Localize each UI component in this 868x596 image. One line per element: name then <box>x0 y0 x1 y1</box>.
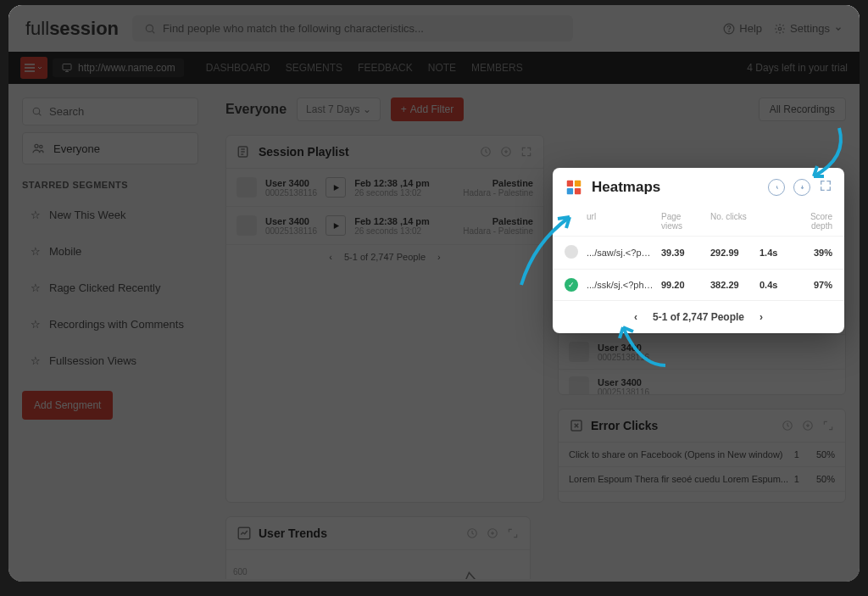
help-label: Help <box>739 22 762 35</box>
line-chart-svg <box>260 559 521 579</box>
clock-icon[interactable] <box>479 145 492 159</box>
svg-point-7 <box>40 145 42 148</box>
svg-point-3 <box>778 27 782 31</box>
session-row[interactable]: User 340000025138116 Feb 12:38 ,14 pm26 … <box>226 169 543 207</box>
heatmap-row[interactable]: .../saw/sj.<?php... 39.39 292.99 1.4s 39… <box>553 236 844 269</box>
avatar <box>569 342 589 362</box>
expand-icon[interactable] <box>819 179 832 196</box>
all-recordings-button[interactable]: All Recordings <box>759 97 846 121</box>
pageviews-cell: 39.39 <box>661 248 704 258</box>
clicks-cell: 382.29 <box>710 280 753 290</box>
clock-icon[interactable] <box>465 526 479 540</box>
sidebar-item-everyone[interactable]: Everyone <box>22 132 198 164</box>
svg-rect-20 <box>567 181 573 187</box>
help-link[interactable]: Help <box>723 22 762 35</box>
nav-segments[interactable]: SEGMENTS <box>286 62 342 74</box>
star-icon: ☆ <box>31 281 41 294</box>
nav-feedback[interactable]: FEEDBACK <box>358 62 413 74</box>
trial-status: 4 Days left in your trial <box>747 62 848 74</box>
download-icon[interactable] <box>486 526 499 540</box>
url-text: http://www.name.com <box>78 62 175 74</box>
prev-page[interactable]: ‹ <box>329 252 332 262</box>
add-filter-label: Add Filter <box>410 103 453 115</box>
sidebar-item-mobile[interactable]: ☆Mobile <box>22 237 198 266</box>
nav-links: DASHBOARD SEGMENTS FEEDBACK NOTE MEMBERS <box>206 62 523 74</box>
expand-icon[interactable] <box>506 526 520 540</box>
sidebar-item-new-this-week[interactable]: ☆New This Week <box>22 200 198 230</box>
heatmap-icon <box>565 178 583 197</box>
svg-point-6 <box>35 144 38 148</box>
play-button[interactable] <box>326 215 346 236</box>
trend-chart: 600 500 400 300 200 5/4 5/6 5/7 5/7 <box>226 550 530 579</box>
expand-icon[interactable] <box>520 145 533 159</box>
next-page[interactable]: › <box>437 252 441 262</box>
error-row[interactable]: Lorem Espoum Thera fir seoé cuedu Lorem … <box>559 467 845 492</box>
sidebar-search-input[interactable] <box>49 105 192 118</box>
top-user-row[interactable]: User 340000025138116 <box>559 335 845 370</box>
nav-members[interactable]: MEMBERS <box>471 62 523 74</box>
sidebar-item-fullsession-views[interactable]: ☆Fullsession Views <box>22 346 198 376</box>
user-name: User 3400 <box>598 343 649 353</box>
chevron-down-icon <box>834 25 843 33</box>
timestamp: Feb 12:38 ,14 pm <box>354 178 430 188</box>
card-title: Error Clicks <box>591 419 774 432</box>
play-button[interactable] <box>326 177 346 198</box>
sidebar-item-label: New This Week <box>49 209 126 221</box>
user-code: 00025138116 <box>598 387 649 396</box>
chevron-down-icon: ⌄ <box>363 103 371 115</box>
download-icon[interactable] <box>801 419 815 432</box>
nav-note[interactable]: NOTE <box>428 62 456 74</box>
card-title: Session Playlist <box>259 145 472 159</box>
download-icon[interactable] <box>499 145 513 159</box>
session-row[interactable]: User 340000025138116 Feb 12:38 ,14 pm26 … <box>226 207 543 245</box>
sidebar-item-label: Fullsession Views <box>49 354 136 367</box>
settings-dropdown[interactable]: Settings <box>774 22 843 35</box>
svg-rect-4 <box>63 64 71 70</box>
svg-point-2 <box>729 31 730 31</box>
monitor-icon <box>61 63 73 73</box>
error-count: 1 <box>794 474 799 484</box>
top-user-row[interactable]: User 340000025138116 <box>559 370 845 395</box>
next-page[interactable]: › <box>760 311 763 323</box>
heatmap-row[interactable]: ✓ .../ssk/sj.<?php... 99.20 382.29 0.4s … <box>553 269 844 300</box>
sidebar-item-recordings-comments[interactable]: ☆Recordings with Comments <box>22 309 198 339</box>
date-range-dropdown[interactable]: Last 7 Days ⌄ <box>297 97 381 121</box>
svg-rect-21 <box>575 181 581 187</box>
download-icon[interactable] <box>793 179 810 196</box>
avatar <box>236 215 257 236</box>
url-display[interactable]: http://www.name.com <box>53 58 184 77</box>
pageviews-cell: 99.20 <box>661 280 704 290</box>
clock-icon[interactable] <box>781 419 794 432</box>
score-cell: 97% <box>797 280 832 290</box>
expand-icon[interactable] <box>821 419 835 432</box>
location: Palestine <box>463 178 533 188</box>
clock-icon[interactable] <box>768 179 785 196</box>
settings-label: Settings <box>790 22 830 35</box>
error-pct: 50% <box>816 474 835 484</box>
status-check: ✓ <box>565 278 580 292</box>
sidebar-item-rage-clicked[interactable]: ☆Rage Clicked Recently <box>22 273 198 303</box>
sidebar-item-label: Mobile <box>49 245 81 258</box>
isp: Hadara - Palestine <box>463 188 533 198</box>
gear-icon <box>774 23 786 35</box>
users-icon <box>31 142 45 155</box>
url-cell: .../ssk/sj.<?php... <box>587 280 654 290</box>
global-search-input[interactable] <box>163 22 561 35</box>
user-code: 00025138116 <box>598 353 649 362</box>
col-header: No. clicks <box>710 212 753 231</box>
star-icon: ☆ <box>31 245 41 258</box>
logo: fullsession <box>25 18 119 40</box>
hamburger-button[interactable] <box>20 57 47 79</box>
heatmap-title: Heatmaps <box>592 179 760 196</box>
global-search[interactable] <box>132 15 573 42</box>
add-filter-button[interactable]: +Add Filter <box>391 97 464 121</box>
sidebar-search[interactable] <box>22 97 198 125</box>
avatar <box>236 177 257 198</box>
y-tick: 600 <box>233 567 248 577</box>
prev-page[interactable]: ‹ <box>634 311 637 323</box>
nav-dashboard[interactable]: DASHBOARD <box>206 62 270 74</box>
add-segment-button[interactable]: Add Sengment <box>22 391 113 420</box>
page-title: Everyone <box>225 102 287 117</box>
error-pct: 50% <box>816 449 835 460</box>
error-row[interactable]: Click to share on Facebook (Opens in New… <box>559 443 845 467</box>
